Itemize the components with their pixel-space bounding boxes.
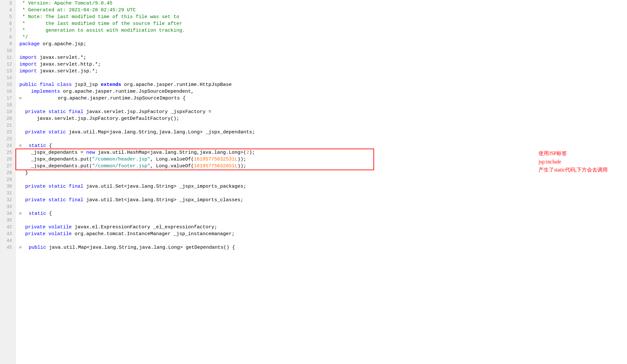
fold-icon[interactable]: ⊟ [19, 211, 22, 216]
code-line: */ [19, 34, 627, 41]
code-line: private volatile org.apache.tomcat.Insta… [19, 231, 627, 237]
code-line: implements org.apache.jasper.runtime.Jsp… [19, 88, 627, 95]
code-content: * Version: Apache Tomcat/9.0.45 * Genera… [16, 0, 627, 364]
line-numbers: 3 4 5 6 7 8 9 10 11 12 13 14 15 16 17 18… [0, 0, 16, 364]
code-line: * Note: The last modified time of this f… [19, 14, 627, 20]
code-line: ⊟ static { [19, 210, 627, 217]
code-line: * generation to assist with modification… [19, 27, 627, 34]
fold-icon[interactable]: ⊟ [19, 96, 22, 101]
code-line-highlight-start: _jspx_dependants = new java.util.HashMap… [19, 149, 627, 156]
annotation-box: 使用JSP标签 jsp:include 产生了static代码,下方会去调用 [538, 149, 608, 174]
code-line: private static java.util.Map<java.lang.S… [19, 129, 627, 136]
code-line [19, 217, 627, 224]
code-line: private static final javax.servlet.jsp.J… [19, 109, 627, 115]
code-line: public final class jsp3_jsp extends org.… [19, 81, 627, 88]
code-line [19, 122, 627, 129]
code-line [19, 75, 627, 81]
code-line: * the last modified time of the source f… [19, 20, 627, 27]
code-line [19, 102, 627, 109]
code-line: ⊟ org.apache.jasper.runtime.JspSourceImp… [19, 95, 627, 102]
code-line [19, 203, 627, 210]
code-line: import javax.servlet.http.*; [19, 61, 627, 68]
code-line [19, 176, 627, 183]
code-line: * Generated at: 2021-04-28 02:45:29 UTC [19, 7, 627, 14]
code-line [19, 237, 627, 244]
code-line [19, 47, 627, 54]
code-line: } [19, 170, 627, 176]
code-line: private volatile javax.el.ExpressionFact… [19, 224, 627, 231]
fold-icon[interactable]: ⊟ [19, 143, 22, 149]
annotation-line3: 产生了static代码,下方会去调用 [538, 166, 608, 174]
annotation-line1: 使用JSP标签 [538, 149, 608, 158]
code-line: _jspx_dependants.put("/common/header.jsp… [19, 156, 627, 163]
code-viewer: 3 4 5 6 7 8 9 10 11 12 13 14 15 16 17 18… [0, 0, 627, 364]
code-line-highlight-end: _jspx_dependants.put("/common/footer.jsp… [19, 163, 627, 170]
annotation-line2: jsp:include [538, 158, 608, 166]
code-line [19, 136, 627, 142]
code-line: ⊟ public java.util.Map<java.lang.String,… [19, 244, 627, 251]
code-line: * Version: Apache Tomcat/9.0.45 [19, 0, 627, 7]
code-line: javax.servlet.jsp.JspFactory.getDefaultF… [19, 115, 627, 122]
fold-icon[interactable]: ⊟ [19, 245, 22, 250]
code-line: private static final java.util.Set<java.… [19, 197, 627, 203]
code-line: ⊟ static { [19, 142, 627, 149]
code-line: import javax.servlet.*; [19, 54, 627, 61]
code-line: private static final java.util.Set<java.… [19, 183, 627, 190]
code-line: package org.apache.jsp; [19, 41, 627, 47]
code-line: import javax.servlet.jsp.*; [19, 68, 627, 75]
code-line [19, 190, 627, 197]
